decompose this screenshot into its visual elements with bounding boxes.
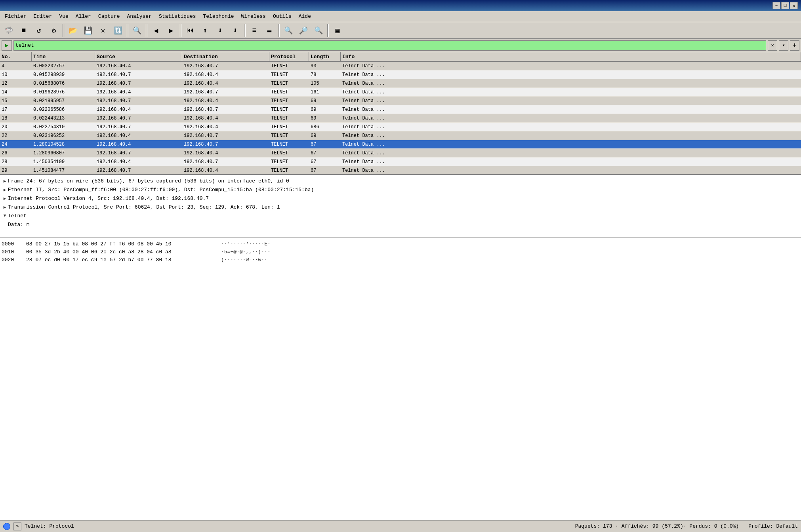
- table-row[interactable]: 100.015298939192.168.40.7192.168.40.4TEL…: [0, 70, 801, 79]
- capture-status-indicator: [3, 523, 10, 530]
- toolbar-separator: [127, 24, 128, 37]
- packet-rows: 40.003202757192.168.40.4192.168.40.7TELN…: [0, 62, 801, 174]
- hex-offset: 0010: [2, 249, 21, 255]
- scroll-down-icon[interactable]: ⬇: [213, 24, 227, 37]
- detail-row[interactable]: ▶Ethernet II, Src: PcsCompu_ff:f6:00 (08…: [2, 185, 799, 194]
- hex-offset: 0020: [2, 257, 21, 263]
- collapse-icon[interactable]: ▼: [2, 213, 8, 218]
- detail-row[interactable]: ▶Transmission Control Protocol, Src Port…: [2, 203, 799, 211]
- filter-bar: ▶ ✕ ▾ +: [0, 39, 801, 52]
- filter-add-button[interactable]: +: [790, 40, 799, 51]
- table-row[interactable]: 220.023196252192.168.40.4192.168.40.7TEL…: [0, 131, 801, 140]
- table-row[interactable]: 281.450354199192.168.40.4192.168.40.7TEL…: [0, 158, 801, 166]
- filter-clear-button[interactable]: ✕: [768, 40, 777, 51]
- hex-ascii: ··'·····'·····E·: [221, 241, 271, 247]
- zoom-in-icon[interactable]: 🔍: [281, 24, 296, 37]
- zoom-out-icon[interactable]: 🔎: [296, 24, 311, 37]
- reload-icon[interactable]: 🔃: [111, 24, 125, 37]
- follow-stream-icon[interactable]: ⬇: [228, 24, 242, 37]
- menu-item-aide[interactable]: Aide: [296, 13, 314, 20]
- go-back-icon[interactable]: ◀: [149, 24, 163, 37]
- save-file-icon[interactable]: 💾: [81, 24, 95, 37]
- menu-item-outils[interactable]: Outils: [270, 13, 295, 20]
- detail-row[interactable]: ▶Internet Protocol Version 4, Src: 192.1…: [2, 194, 799, 203]
- hex-offset: 0000: [2, 241, 21, 247]
- go-first-icon[interactable]: ⏮: [183, 24, 197, 37]
- detail-text: Internet Protocol Version 4, Src: 192.16…: [8, 196, 799, 201]
- detail-row[interactable]: ▼Telnet: [2, 211, 799, 220]
- menu-item-vue[interactable]: Vue: [56, 13, 71, 20]
- detail-text: Data: m: [8, 222, 799, 228]
- menu-item-wireless[interactable]: Wireless: [238, 13, 269, 20]
- columns-icon[interactable]: ▦: [330, 24, 345, 37]
- scroll-up-icon[interactable]: ⬆: [198, 24, 212, 37]
- find-icon[interactable]: 🔍: [130, 24, 144, 37]
- stop-icon[interactable]: ■: [17, 24, 31, 37]
- expand-icon[interactable]: ▶: [2, 179, 8, 184]
- expand-icon[interactable]: ▶: [2, 205, 8, 210]
- detail-text: Ethernet II, Src: PcsCompu_ff:f6:00 (08:…: [8, 187, 799, 193]
- menu-item-fichier[interactable]: Fichier: [2, 13, 30, 20]
- expand-icon[interactable]: ▶: [2, 196, 8, 201]
- mark-icon[interactable]: ▬: [262, 24, 277, 37]
- menu-item-analyser[interactable]: Analyser: [124, 13, 154, 20]
- toolbar: 🦈■↺⚙📂💾✕🔃🔍◀▶⏮⬆⬇⬇≡▬🔍🔎🔍▦: [0, 22, 801, 39]
- hex-ascii: (·······W-··w··: [221, 257, 267, 263]
- menu-item-editer[interactable]: Editer: [31, 13, 55, 20]
- options-icon[interactable]: ⚙: [47, 24, 61, 37]
- col-header-length[interactable]: Length: [309, 52, 341, 61]
- minimize-button[interactable]: −: [772, 2, 780, 9]
- detail-row[interactable]: Data: m: [2, 220, 799, 229]
- restart-icon[interactable]: ↺: [32, 24, 46, 37]
- table-row[interactable]: 120.015688076192.168.40.7192.168.40.4TEL…: [0, 79, 801, 88]
- close-file-icon[interactable]: ✕: [96, 24, 110, 37]
- go-forward-icon[interactable]: ▶: [164, 24, 178, 37]
- table-row[interactable]: 291.451084477192.168.40.7192.168.40.4TEL…: [0, 166, 801, 174]
- filter-input[interactable]: [13, 40, 766, 51]
- expand-icon[interactable]: ▶: [2, 187, 8, 192]
- maximize-button[interactable]: □: [781, 2, 789, 9]
- col-header-protocol[interactable]: Protocol: [269, 52, 309, 61]
- menu-item-statistiques[interactable]: Statistiques: [156, 13, 199, 20]
- shark-fin-icon[interactable]: 🦈: [2, 24, 16, 37]
- stats-text: Paquets: 173 · Affichés: 99 (57.2%)· Per…: [575, 523, 739, 529]
- col-header-destination[interactable]: Destination: [182, 52, 269, 61]
- col-header-info[interactable]: Info: [341, 52, 801, 61]
- table-row[interactable]: 261.280960807192.168.40.7192.168.40.4TEL…: [0, 149, 801, 158]
- table-row[interactable]: 200.022754310192.168.40.7192.168.40.4TEL…: [0, 123, 801, 131]
- filter-dropdown-button[interactable]: ▾: [779, 40, 788, 51]
- col-header-source[interactable]: Source: [95, 52, 182, 61]
- toolbar-separator: [180, 24, 181, 37]
- profile-edit-button[interactable]: ✎: [13, 522, 21, 530]
- hex-bytes: 28 07 ec d0 00 17 ec c9 1e 57 2d b7 0d 7…: [26, 257, 216, 263]
- table-row[interactable]: 241.280104528192.168.40.4192.168.40.7TEL…: [0, 140, 801, 149]
- table-row[interactable]: 180.022443213192.168.40.7192.168.40.4TEL…: [0, 114, 801, 123]
- hex-row: 001000 35 3d 2b 40 00 40 06 2c 2c c0 a8 …: [2, 248, 799, 256]
- protocol-label: Telnet: Protocol: [25, 523, 572, 529]
- menu-item-aller[interactable]: Aller: [72, 13, 94, 20]
- decode-icon[interactable]: ≡: [247, 24, 261, 37]
- toolbar-separator: [327, 24, 329, 37]
- close-button[interactable]: ✕: [790, 2, 798, 9]
- detail-panel: ▶Frame 24: 67 bytes on wire (536 bits), …: [0, 175, 801, 238]
- col-header-no[interactable]: No.: [0, 52, 32, 61]
- col-header-time[interactable]: Time: [32, 52, 95, 61]
- menu-item-capture[interactable]: Capture: [95, 13, 123, 20]
- detail-text: Telnet: [8, 213, 799, 219]
- status-bar: ✎ Telnet: Protocol Paquets: 173 · Affich…: [0, 520, 801, 532]
- hex-row: 000008 00 27 15 15 ba 08 00 27 ff f6 00 …: [2, 240, 799, 248]
- table-row[interactable]: 150.021995957192.168.40.7192.168.40.4TEL…: [0, 97, 801, 105]
- table-row[interactable]: 170.022065586192.168.40.4192.168.40.7TEL…: [0, 105, 801, 114]
- title-bar: − □ ✕: [0, 0, 801, 11]
- menu-item-telephonie[interactable]: Telephonie: [200, 13, 237, 20]
- detail-row[interactable]: ▶Frame 24: 67 bytes on wire (536 bits), …: [2, 177, 799, 185]
- toolbar-separator: [278, 24, 280, 37]
- detail-text: Transmission Control Protocol, Src Port:…: [8, 204, 799, 210]
- toolbar-separator: [63, 24, 64, 37]
- title-controls: − □ ✕: [772, 2, 798, 9]
- table-row[interactable]: 40.003202757192.168.40.4192.168.40.7TELN…: [0, 62, 801, 70]
- table-row[interactable]: 140.019628976192.168.40.4192.168.40.7TEL…: [0, 88, 801, 97]
- filter-apply-button[interactable]: ▶: [2, 40, 12, 51]
- zoom-reset-icon[interactable]: 🔍: [311, 24, 326, 37]
- open-file-icon[interactable]: 📂: [66, 24, 80, 37]
